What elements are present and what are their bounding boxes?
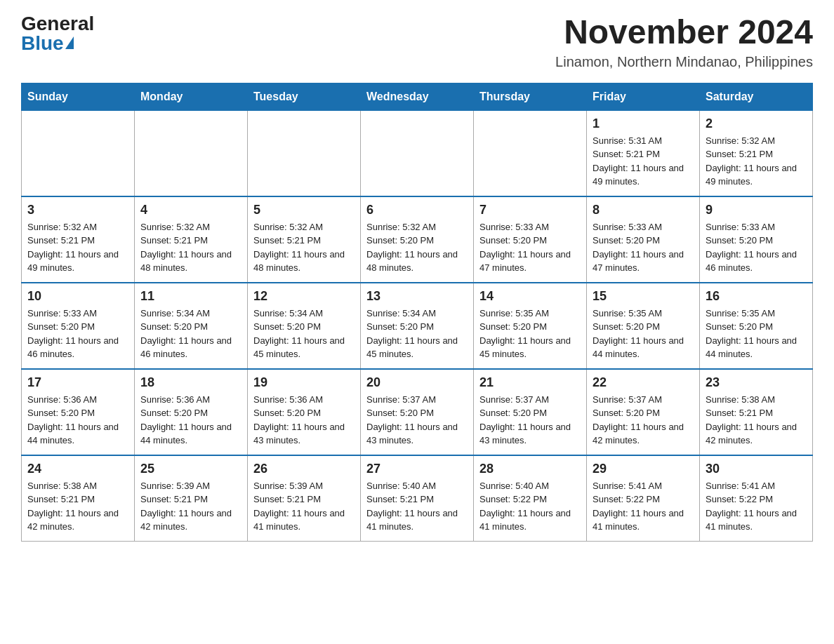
page-header: General Blue November 2024 Linamon, Nort… (21, 14, 813, 70)
table-row: 14Sunrise: 5:35 AM Sunset: 5:20 PM Dayli… (474, 283, 587, 369)
table-row: 10Sunrise: 5:33 AM Sunset: 5:20 PM Dayli… (22, 283, 135, 369)
day-number: 29 (593, 462, 694, 476)
day-info: Sunrise: 5:39 AM Sunset: 5:21 PM Dayligh… (253, 479, 355, 534)
table-row: 11Sunrise: 5:34 AM Sunset: 5:20 PM Dayli… (135, 283, 248, 369)
day-info: Sunrise: 5:40 AM Sunset: 5:22 PM Dayligh… (479, 479, 581, 534)
day-number: 22 (593, 375, 694, 390)
table-row: 24Sunrise: 5:38 AM Sunset: 5:21 PM Dayli… (22, 455, 135, 542)
day-number: 1 (593, 116, 694, 131)
page-subtitle: Linamon, Northern Mindanao, Philippines (555, 54, 813, 70)
day-info: Sunrise: 5:32 AM Sunset: 5:21 PM Dayligh… (253, 220, 355, 275)
day-number: 4 (140, 203, 241, 217)
table-row: 26Sunrise: 5:39 AM Sunset: 5:21 PM Dayli… (248, 455, 361, 542)
day-info: Sunrise: 5:41 AM Sunset: 5:22 PM Dayligh… (706, 479, 807, 534)
day-info: Sunrise: 5:31 AM Sunset: 5:21 PM Dayligh… (593, 134, 694, 189)
day-info: Sunrise: 5:35 AM Sunset: 5:20 PM Dayligh… (479, 307, 581, 361)
day-info: Sunrise: 5:33 AM Sunset: 5:20 PM Dayligh… (479, 220, 581, 275)
table-row (474, 110, 587, 196)
day-number: 23 (706, 375, 807, 390)
day-info: Sunrise: 5:40 AM Sunset: 5:21 PM Dayligh… (366, 479, 468, 534)
table-row: 28Sunrise: 5:40 AM Sunset: 5:22 PM Dayli… (474, 455, 587, 542)
table-row: 27Sunrise: 5:40 AM Sunset: 5:21 PM Dayli… (361, 455, 474, 542)
day-number: 13 (366, 289, 468, 304)
day-info: Sunrise: 5:34 AM Sunset: 5:20 PM Dayligh… (366, 307, 468, 361)
col-sunday: Sunday (22, 83, 135, 110)
day-number: 12 (253, 289, 355, 304)
day-info: Sunrise: 5:33 AM Sunset: 5:20 PM Dayligh… (593, 220, 694, 275)
day-info: Sunrise: 5:37 AM Sunset: 5:20 PM Dayligh… (479, 393, 581, 448)
calendar-header-row: Sunday Monday Tuesday Wednesday Thursday… (22, 83, 813, 110)
day-number: 5 (253, 203, 355, 217)
day-info: Sunrise: 5:41 AM Sunset: 5:22 PM Dayligh… (593, 479, 694, 534)
day-number: 30 (706, 462, 807, 476)
table-row: 7Sunrise: 5:33 AM Sunset: 5:20 PM Daylig… (474, 196, 587, 283)
day-number: 15 (593, 289, 694, 304)
table-row: 29Sunrise: 5:41 AM Sunset: 5:22 PM Dayli… (587, 455, 700, 542)
table-row (361, 110, 474, 196)
table-row: 25Sunrise: 5:39 AM Sunset: 5:21 PM Dayli… (135, 455, 248, 542)
table-row: 21Sunrise: 5:37 AM Sunset: 5:20 PM Dayli… (474, 369, 587, 455)
day-info: Sunrise: 5:33 AM Sunset: 5:20 PM Dayligh… (706, 220, 807, 275)
table-row: 6Sunrise: 5:32 AM Sunset: 5:20 PM Daylig… (361, 196, 474, 283)
day-number: 17 (27, 375, 128, 390)
day-number: 6 (366, 203, 468, 217)
day-info: Sunrise: 5:38 AM Sunset: 5:21 PM Dayligh… (706, 393, 807, 448)
table-row: 1Sunrise: 5:31 AM Sunset: 5:21 PM Daylig… (587, 110, 700, 196)
day-number: 26 (253, 462, 355, 476)
table-row (135, 110, 248, 196)
day-number: 2 (706, 116, 807, 131)
table-row (22, 110, 135, 196)
logo: General Blue (21, 14, 94, 53)
col-friday: Friday (587, 83, 700, 110)
table-row: 12Sunrise: 5:34 AM Sunset: 5:20 PM Dayli… (248, 283, 361, 369)
table-row: 17Sunrise: 5:36 AM Sunset: 5:20 PM Dayli… (22, 369, 135, 455)
day-number: 10 (27, 289, 128, 304)
day-info: Sunrise: 5:35 AM Sunset: 5:20 PM Dayligh… (593, 307, 694, 361)
day-info: Sunrise: 5:32 AM Sunset: 5:21 PM Dayligh… (706, 134, 807, 189)
day-info: Sunrise: 5:38 AM Sunset: 5:21 PM Dayligh… (27, 479, 128, 534)
day-number: 18 (140, 375, 241, 390)
logo-general-text: General (21, 14, 94, 34)
calendar-row: 3Sunrise: 5:32 AM Sunset: 5:21 PM Daylig… (22, 196, 813, 283)
col-wednesday: Wednesday (361, 83, 474, 110)
day-info: Sunrise: 5:32 AM Sunset: 5:20 PM Dayligh… (366, 220, 468, 275)
day-number: 19 (253, 375, 355, 390)
table-row: 3Sunrise: 5:32 AM Sunset: 5:21 PM Daylig… (22, 196, 135, 283)
day-info: Sunrise: 5:35 AM Sunset: 5:20 PM Dayligh… (706, 307, 807, 361)
day-number: 28 (479, 462, 581, 476)
col-thursday: Thursday (474, 83, 587, 110)
table-row (248, 110, 361, 196)
calendar-row: 1Sunrise: 5:31 AM Sunset: 5:21 PM Daylig… (22, 110, 813, 196)
table-row: 4Sunrise: 5:32 AM Sunset: 5:21 PM Daylig… (135, 196, 248, 283)
day-info: Sunrise: 5:37 AM Sunset: 5:20 PM Dayligh… (593, 393, 694, 448)
table-row: 20Sunrise: 5:37 AM Sunset: 5:20 PM Dayli… (361, 369, 474, 455)
day-number: 7 (479, 203, 581, 217)
day-number: 27 (366, 462, 468, 476)
day-number: 8 (593, 203, 694, 217)
day-number: 9 (706, 203, 807, 217)
day-number: 24 (27, 462, 128, 476)
day-info: Sunrise: 5:34 AM Sunset: 5:20 PM Dayligh… (140, 307, 241, 361)
calendar-row: 17Sunrise: 5:36 AM Sunset: 5:20 PM Dayli… (22, 369, 813, 455)
table-row: 2Sunrise: 5:32 AM Sunset: 5:21 PM Daylig… (700, 110, 813, 196)
col-monday: Monday (135, 83, 248, 110)
table-row: 15Sunrise: 5:35 AM Sunset: 5:20 PM Dayli… (587, 283, 700, 369)
table-row: 18Sunrise: 5:36 AM Sunset: 5:20 PM Dayli… (135, 369, 248, 455)
table-row: 5Sunrise: 5:32 AM Sunset: 5:21 PM Daylig… (248, 196, 361, 283)
col-tuesday: Tuesday (248, 83, 361, 110)
day-number: 20 (366, 375, 468, 390)
table-row: 22Sunrise: 5:37 AM Sunset: 5:20 PM Dayli… (587, 369, 700, 455)
calendar-row: 24Sunrise: 5:38 AM Sunset: 5:21 PM Dayli… (22, 455, 813, 542)
day-info: Sunrise: 5:36 AM Sunset: 5:20 PM Dayligh… (253, 393, 355, 448)
day-number: 21 (479, 375, 581, 390)
col-saturday: Saturday (700, 83, 813, 110)
day-info: Sunrise: 5:39 AM Sunset: 5:21 PM Dayligh… (140, 479, 241, 534)
day-number: 25 (140, 462, 241, 476)
day-number: 11 (140, 289, 241, 304)
table-row: 16Sunrise: 5:35 AM Sunset: 5:20 PM Dayli… (700, 283, 813, 369)
table-row: 23Sunrise: 5:38 AM Sunset: 5:21 PM Dayli… (700, 369, 813, 455)
day-info: Sunrise: 5:34 AM Sunset: 5:20 PM Dayligh… (253, 307, 355, 361)
page-title: November 2024 (555, 14, 813, 51)
day-info: Sunrise: 5:36 AM Sunset: 5:20 PM Dayligh… (140, 393, 241, 448)
table-row: 19Sunrise: 5:36 AM Sunset: 5:20 PM Dayli… (248, 369, 361, 455)
